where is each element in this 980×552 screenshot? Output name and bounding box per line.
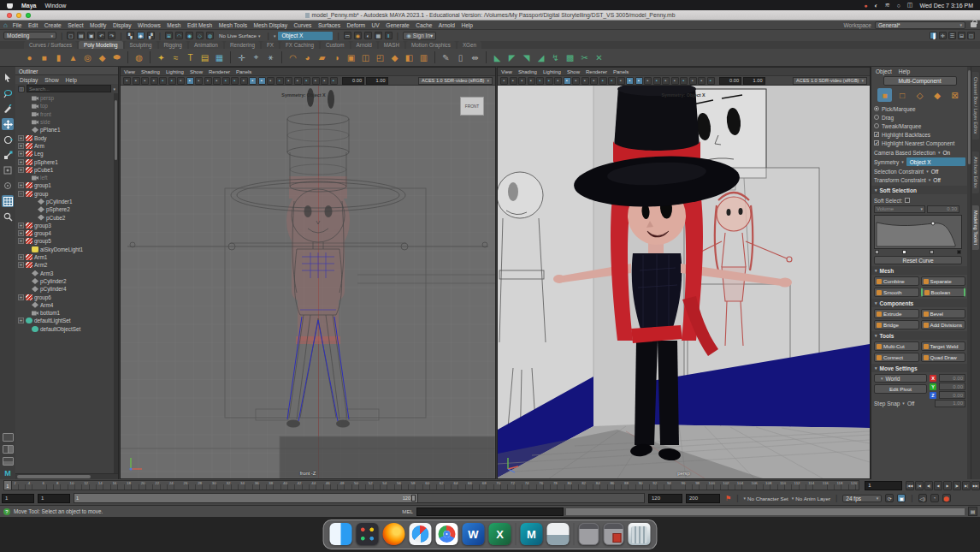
shelf-bevel-icon[interactable]: ◣	[492, 52, 503, 63]
ao-icon[interactable]: ▪	[285, 77, 292, 85]
shelf-tab-poly-modeling[interactable]: Poly Modeling	[79, 41, 123, 49]
menu-edit-mesh[interactable]: Edit Mesh	[187, 22, 212, 28]
symmetry-row[interactable]: Symmetry▾ Object X	[874, 157, 965, 167]
outliner-item-persp[interactable]: persp	[15, 94, 118, 102]
ao-icon[interactable]: ▪	[662, 77, 670, 85]
shelf-tab-mash[interactable]: MASH	[379, 41, 404, 49]
fps-select[interactable]: 24 fps▾	[842, 495, 882, 502]
playback-start-field[interactable]: 1	[38, 494, 70, 503]
menu-set-select[interactable]: Modeling▾	[3, 32, 56, 39]
paint-select-tool-button[interactable]	[2, 103, 14, 115]
outliner-item-front[interactable]: front	[15, 110, 118, 118]
radio-icon[interactable]	[874, 115, 879, 120]
snap-point-icon[interactable]: ◉	[186, 32, 193, 39]
step-forward-frame-button[interactable]: |▶	[953, 481, 961, 490]
expand-toggle-icon[interactable]: +	[18, 318, 24, 323]
shelf-quad-draw-icon[interactable]: ✕	[593, 52, 605, 63]
select-camera-icon[interactable]: ▪	[123, 77, 131, 85]
outliner-search-input[interactable]	[27, 85, 111, 92]
shelf-multi-cut-icon[interactable]: ✂	[579, 52, 590, 63]
object-details-icon[interactable]: ▪	[258, 77, 266, 85]
resolution-gate-icon[interactable]: ▪	[204, 77, 212, 85]
image-plane-icon[interactable]: ▪	[159, 77, 167, 85]
step-back-key-button[interactable]: |◀	[915, 481, 924, 490]
gamma-field[interactable]: 1.00	[366, 77, 388, 85]
script-editor-icon[interactable]: ▤	[968, 507, 977, 516]
shelf-tab-rendering[interactable]: Rendering	[225, 41, 260, 49]
dock-safari-icon[interactable]	[410, 523, 432, 545]
save-scene-icon[interactable]: ▣	[87, 32, 95, 39]
macos-app-menu[interactable]: Maya	[21, 3, 37, 9]
expand-toggle-icon[interactable]: +	[18, 254, 24, 260]
outliner-item-defaultObjectSet[interactable]: defaultObjectSet	[15, 325, 118, 333]
section-tools[interactable]: ▾Tools	[871, 331, 968, 340]
section-mesh[interactable]: ▾Mesh	[871, 266, 968, 275]
shelf-measure-icon[interactable]: ⇹	[469, 52, 481, 63]
menu-surfaces[interactable]: Surfaces	[318, 22, 340, 28]
animation-end-field[interactable]: 200	[686, 494, 720, 503]
control-center-icon[interactable]: ◫	[907, 2, 913, 9]
multi-cut-button[interactable]: Multi-Cut	[874, 341, 919, 351]
axis-space-select[interactable]: ▾World	[874, 374, 927, 383]
highlight-selection-icon[interactable]: ▪	[626, 77, 634, 85]
outliner-menu-display[interactable]: Display	[20, 77, 38, 83]
grid-icon[interactable]: ▪	[564, 77, 571, 85]
menu-select[interactable]: Select	[68, 22, 83, 28]
vp-menu-show[interactable]: Show	[190, 69, 203, 74]
go-to-end-button[interactable]: ▶▶|	[971, 481, 980, 490]
playback-loop-icon[interactable]: ⟳	[885, 494, 894, 502]
reset-curve-button[interactable]: Reset Curve	[874, 256, 962, 264]
range-slider-track[interactable]: 1 120	[74, 493, 645, 503]
outliner-menu-help[interactable]: Help	[66, 77, 77, 83]
shelf-type-tool-icon[interactable]: T	[185, 52, 196, 63]
live-surface-select[interactable]: No Live Surface▾	[219, 33, 261, 39]
dof-icon[interactable]: ▪	[312, 77, 320, 85]
scale-tool-button[interactable]	[2, 149, 14, 161]
shelf-extrude-surface-icon[interactable]: ▣	[345, 52, 357, 63]
vp-menu-view[interactable]: View	[124, 69, 135, 74]
shelf-pencil-icon[interactable]: ✎	[440, 52, 452, 63]
shelf-extrude-icon[interactable]: ◤	[506, 52, 517, 63]
spotlight-icon[interactable]: ○	[897, 3, 900, 9]
sidebar-modeling-toolkit-icon[interactable]: ⊟	[958, 32, 965, 39]
dock-excel-icon[interactable]: X	[489, 523, 511, 545]
falloff-curve-widget[interactable]	[874, 215, 962, 249]
soft-mod-icon[interactable]	[2, 180, 14, 192]
checkbox-highlight-backfaces[interactable]: ✓Highlight Backfaces	[874, 130, 965, 139]
outliner-item-Arm1[interactable]: +Arm1	[15, 253, 118, 261]
gamma-field[interactable]: 1.00	[743, 77, 765, 85]
exposure-field[interactable]: 0.00	[342, 77, 364, 85]
expand-toggle-icon[interactable]: +	[18, 294, 24, 300]
step-snap-row[interactable]: Step Snap▾Off1.00	[874, 399, 965, 407]
multi-mode-icon[interactable]: ⊠	[948, 88, 962, 102]
face-mode-icon[interactable]: ◆	[930, 88, 945, 102]
shelf-wedge-icon[interactable]: ↯	[550, 52, 561, 63]
outliner-item-group[interactable]: -group	[15, 190, 118, 198]
range-slider-bar[interactable]: 1 120	[74, 494, 418, 502]
select-hierarchy-icon[interactable]: ▚	[127, 32, 134, 39]
shelf-tab-xgen[interactable]: XGen	[458, 41, 481, 49]
snap-curve-icon[interactable]: ◠	[175, 32, 183, 39]
soft-selection-section[interactable]: ▾Soft Selection	[871, 186, 968, 194]
toolkit-menu-object[interactable]: Object	[876, 68, 892, 74]
shelf-tab-motion-graphics[interactable]: Motion Graphics	[406, 41, 456, 49]
2d-pan-zoom-icon[interactable]: ▪	[168, 77, 176, 85]
outliner-item-Arm4[interactable]: Arm4	[15, 301, 118, 309]
edge-mode-icon[interactable]: ◇	[912, 88, 927, 102]
menu-edit[interactable]: Edit	[28, 22, 38, 28]
go-to-start-button[interactable]: |◀◀	[906, 481, 914, 490]
add-divisions-button[interactable]: Add Divisions	[921, 320, 966, 329]
wifi-icon[interactable]: ≋	[885, 2, 890, 9]
menu-mesh-display[interactable]: Mesh Display	[253, 22, 287, 28]
displays-icon[interactable]: ◐	[875, 3, 878, 9]
isolate-select-icon[interactable]: ▪	[698, 77, 705, 85]
dock-chrome-icon[interactable]	[436, 523, 458, 545]
expand-toggle-icon[interactable]: -	[18, 191, 24, 197]
vertex-mode-icon[interactable]: □	[895, 88, 910, 102]
shelf-polySphere-icon[interactable]: ●	[24, 52, 35, 63]
shelf-polyDisc-icon[interactable]: ⬬	[111, 52, 122, 63]
outliner-item-group1[interactable]: +group1	[15, 181, 118, 189]
undo-icon[interactable]: ↶	[97, 32, 105, 39]
camera-based-selection-row[interactable]: Camera Based Selection▾On	[874, 148, 965, 157]
shelf-svg-tool-icon[interactable]: ▤	[199, 52, 210, 63]
